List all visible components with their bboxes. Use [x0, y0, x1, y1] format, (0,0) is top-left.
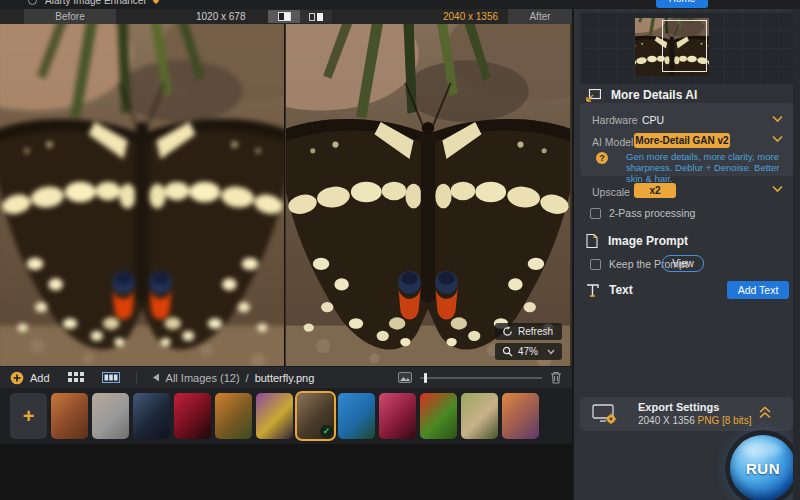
close-icon[interactable]: ✕	[776, 0, 784, 3]
before-tab[interactable]: Before	[24, 9, 116, 24]
thumbnail-portrait-woman[interactable]	[92, 393, 129, 439]
add-text-button[interactable]: Add Text	[727, 281, 789, 299]
export-settings-title: Export Settings	[638, 401, 719, 413]
keep-prompt-checkbox[interactable]	[590, 259, 601, 270]
after-size: 2040 x 1356	[443, 9, 498, 24]
two-pass-label: 2-Pass processing	[609, 207, 695, 219]
thumbnail-red-rose[interactable]	[174, 393, 211, 439]
refresh-label: Refresh	[518, 326, 553, 337]
run-label: RUN	[746, 460, 780, 477]
filmstrip-view-button[interactable]	[102, 372, 120, 383]
upscale-label: Upscale	[592, 186, 630, 198]
two-pass-checkbox[interactable]	[590, 208, 601, 219]
run-button[interactable]: RUN	[730, 435, 796, 500]
breadcrumb-all-images[interactable]: All Images (12)	[166, 372, 240, 384]
thumbnail-mountains[interactable]	[133, 393, 170, 439]
add-label: Add	[30, 372, 50, 384]
thumbnail-blue-bird[interactable]	[338, 393, 375, 439]
upscale-chevron-icon[interactable]	[772, 185, 783, 193]
home-button[interactable]: Home	[656, 0, 708, 8]
zoom-level: 47%	[518, 346, 538, 357]
upscale-value[interactable]: x2	[634, 183, 676, 198]
side-by-side-icon	[309, 13, 323, 21]
export-settings-icon	[592, 404, 618, 424]
add-button[interactable]: Add	[10, 371, 50, 385]
export-size-line: 2040 X 1356 PNG [8 bits]	[638, 415, 751, 426]
add-image-tile[interactable]: +	[10, 393, 47, 439]
navigator-preview[interactable]	[580, 12, 793, 84]
image-prompt-header: Image Prompt	[586, 234, 688, 248]
thumbnail-butterfly[interactable]: ✓	[297, 393, 334, 439]
model-description: Gen more details, more clarity, more sha…	[626, 151, 786, 184]
bottom-toolbar: Add All Images (12) / butterfly.png	[0, 366, 572, 388]
thumbnail-bird-purple-flowers[interactable]	[256, 393, 293, 439]
compare-info-bar: Before 1020 x 678 2040 x 1356 After	[0, 9, 572, 24]
text-header: Text	[586, 283, 633, 297]
refresh-button[interactable]: Refresh	[495, 323, 562, 340]
image-viewer[interactable]: Refresh 47%	[0, 24, 572, 366]
after-pane[interactable]	[286, 24, 570, 366]
panel-scrollbar[interactable]	[793, 9, 800, 500]
hardware-chevron-icon[interactable]	[772, 115, 783, 123]
thumbnail-strip: + ✓	[0, 388, 572, 444]
thumbnail-red-flower-green[interactable]	[420, 393, 457, 439]
before-pane[interactable]	[0, 24, 285, 366]
thumbnail-cathedral[interactable]	[51, 393, 88, 439]
collapse-chevrons-icon[interactable]	[759, 406, 771, 419]
after-tab[interactable]: After	[508, 9, 572, 24]
navigator-viewport-rect[interactable]	[662, 20, 707, 72]
ai-model-chevron-icon[interactable]	[772, 135, 783, 143]
toolbar-divider	[136, 372, 137, 384]
text-tool-icon	[586, 284, 599, 297]
split-view-button[interactable]	[268, 10, 300, 23]
thumbnail-woman-in-nature[interactable]	[461, 393, 498, 439]
bottom-spacer	[0, 444, 572, 500]
ai-model-label: AI Model	[592, 136, 633, 148]
thumbnail-pink-flowers[interactable]	[379, 393, 416, 439]
before-size: 1020 x 678	[196, 9, 246, 24]
breadcrumb-filename: butterfly.png	[255, 372, 315, 384]
back-arrow-icon[interactable]	[151, 373, 160, 382]
slider-handle[interactable]	[424, 373, 427, 383]
selected-check-icon: ✓	[320, 425, 333, 438]
export-bits: [8 bits]	[722, 415, 751, 426]
app-window: Aiarty Image Enhancer ◆ Home — ✕ Before …	[0, 0, 800, 500]
split-view-icon	[278, 12, 291, 21]
more-details-header: More Details AI	[586, 88, 697, 102]
app-title: Aiarty Image Enhancer	[45, 0, 147, 6]
magnifier-icon	[502, 346, 513, 357]
breadcrumb-separator: /	[246, 372, 249, 384]
thumbnail-size-icon	[398, 372, 412, 383]
view-prompt-button[interactable]: View	[662, 255, 704, 272]
plus-circle-icon	[10, 371, 24, 385]
title-bar: Aiarty Image Enhancer ◆ Home — ✕	[0, 0, 800, 9]
two-pass-row: 2-Pass processing	[590, 207, 695, 219]
grid-view-button[interactable]	[68, 372, 84, 383]
filmstrip-view-icon	[102, 372, 120, 383]
chevron-down-icon	[547, 349, 555, 355]
diamond-icon: ◆	[153, 0, 159, 5]
hardware-label: Hardware	[592, 114, 638, 126]
refresh-icon	[502, 326, 513, 337]
grid-view-icon	[68, 372, 84, 383]
app-logo-icon	[28, 0, 37, 5]
enhance-icon	[586, 89, 601, 102]
export-format: PNG	[698, 415, 720, 426]
export-settings-card[interactable]: Export Settings 2040 X 1356 PNG [8 bits]	[580, 397, 793, 431]
thumbnail-size-slider[interactable]	[420, 372, 542, 384]
settings-panel: More Details AI Hardware CPU AI Model Mo…	[572, 9, 800, 500]
trash-icon[interactable]	[550, 371, 562, 384]
navigator-thumbnail	[635, 18, 709, 76]
ai-model-value[interactable]: More-Detail GAN v2	[634, 133, 730, 148]
export-size: 2040 X 1356	[638, 415, 695, 426]
thumbnail-tiger[interactable]	[215, 393, 252, 439]
ai-settings-card: Hardware CPU AI Model More-Detail GAN v2…	[580, 103, 793, 176]
hardware-value[interactable]: CPU	[642, 114, 664, 126]
document-icon	[586, 234, 598, 248]
thumbnail-sunset-temple[interactable]	[502, 393, 539, 439]
minimize-icon[interactable]: —	[742, 0, 752, 3]
slider-track	[420, 377, 542, 379]
side-by-side-view-button[interactable]	[300, 10, 332, 23]
help-icon[interactable]: ?	[596, 152, 608, 164]
zoom-control[interactable]: 47%	[495, 343, 562, 360]
